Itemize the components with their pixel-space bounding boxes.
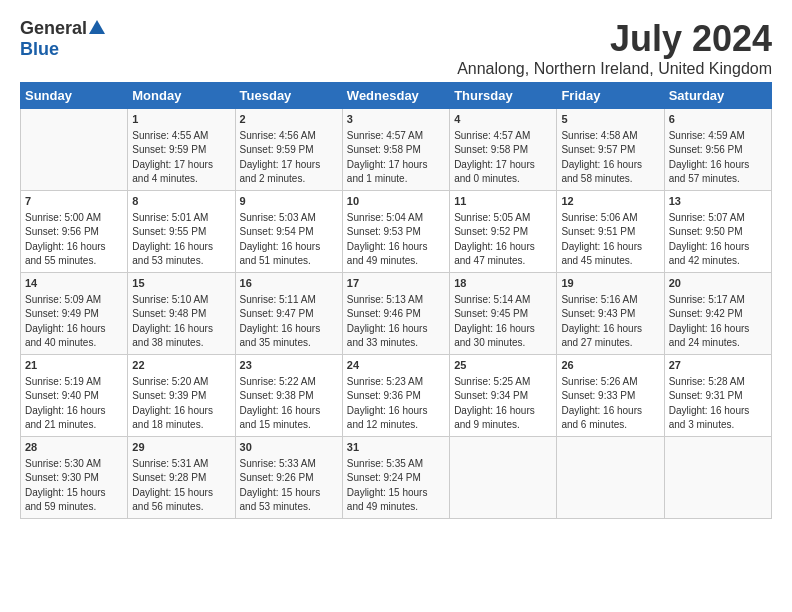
day-info: Sunset: 9:57 PM bbox=[561, 143, 659, 158]
calendar-table: SundayMondayTuesdayWednesdayThursdayFrid… bbox=[20, 82, 772, 519]
day-info: Sunrise: 5:13 AM bbox=[347, 293, 445, 308]
day-info: Sunrise: 5:28 AM bbox=[669, 375, 767, 390]
day-info: Daylight: 16 hours bbox=[561, 240, 659, 255]
column-header-saturday: Saturday bbox=[664, 83, 771, 109]
day-number: 15 bbox=[132, 276, 230, 292]
day-info: Daylight: 16 hours bbox=[25, 404, 123, 419]
calendar-cell: 17Sunrise: 5:13 AMSunset: 9:46 PMDayligh… bbox=[342, 272, 449, 354]
logo-line2: Blue bbox=[20, 39, 59, 60]
day-info: Sunrise: 5:04 AM bbox=[347, 211, 445, 226]
calendar-cell: 3Sunrise: 4:57 AMSunset: 9:58 PMDaylight… bbox=[342, 109, 449, 191]
day-info: Daylight: 16 hours bbox=[347, 322, 445, 337]
calendar-cell: 6Sunrise: 4:59 AMSunset: 9:56 PMDaylight… bbox=[664, 109, 771, 191]
day-info: Sunset: 9:59 PM bbox=[240, 143, 338, 158]
day-info: Daylight: 16 hours bbox=[454, 404, 552, 419]
day-info: Sunset: 9:24 PM bbox=[347, 471, 445, 486]
day-number: 28 bbox=[25, 440, 123, 456]
column-header-wednesday: Wednesday bbox=[342, 83, 449, 109]
day-info: Sunrise: 5:19 AM bbox=[25, 375, 123, 390]
day-info: Sunrise: 5:16 AM bbox=[561, 293, 659, 308]
day-info: Sunset: 9:45 PM bbox=[454, 307, 552, 322]
day-info: Daylight: 16 hours bbox=[669, 240, 767, 255]
calendar-cell: 25Sunrise: 5:25 AMSunset: 9:34 PMDayligh… bbox=[450, 354, 557, 436]
day-number: 1 bbox=[132, 112, 230, 128]
day-info: Sunset: 9:31 PM bbox=[669, 389, 767, 404]
day-info: Sunrise: 4:57 AM bbox=[347, 129, 445, 144]
day-info: Sunrise: 4:55 AM bbox=[132, 129, 230, 144]
day-info: Sunset: 9:43 PM bbox=[561, 307, 659, 322]
day-info: and 47 minutes. bbox=[454, 254, 552, 269]
day-number: 22 bbox=[132, 358, 230, 374]
day-info: Daylight: 17 hours bbox=[347, 158, 445, 173]
calendar-cell: 22Sunrise: 5:20 AMSunset: 9:39 PMDayligh… bbox=[128, 354, 235, 436]
day-number: 14 bbox=[25, 276, 123, 292]
day-number: 20 bbox=[669, 276, 767, 292]
calendar-cell: 7Sunrise: 5:00 AMSunset: 9:56 PMDaylight… bbox=[21, 190, 128, 272]
day-info: Sunrise: 5:01 AM bbox=[132, 211, 230, 226]
day-number: 29 bbox=[132, 440, 230, 456]
day-number: 23 bbox=[240, 358, 338, 374]
day-number: 26 bbox=[561, 358, 659, 374]
day-info: Sunset: 9:55 PM bbox=[132, 225, 230, 240]
day-number: 12 bbox=[561, 194, 659, 210]
day-info: Sunset: 9:49 PM bbox=[25, 307, 123, 322]
day-info: and 42 minutes. bbox=[669, 254, 767, 269]
day-info: Daylight: 15 hours bbox=[25, 486, 123, 501]
day-info: Daylight: 16 hours bbox=[240, 240, 338, 255]
calendar-cell: 28Sunrise: 5:30 AMSunset: 9:30 PMDayligh… bbox=[21, 436, 128, 518]
day-number: 9 bbox=[240, 194, 338, 210]
logo-general-text: General bbox=[20, 18, 87, 39]
day-info: Sunrise: 5:05 AM bbox=[454, 211, 552, 226]
day-info: Sunrise: 5:30 AM bbox=[25, 457, 123, 472]
calendar-cell bbox=[21, 109, 128, 191]
day-info: Sunrise: 5:14 AM bbox=[454, 293, 552, 308]
day-info: Sunrise: 5:03 AM bbox=[240, 211, 338, 226]
day-info: Daylight: 16 hours bbox=[240, 322, 338, 337]
day-number: 21 bbox=[25, 358, 123, 374]
day-info: Daylight: 16 hours bbox=[669, 158, 767, 173]
day-info: and 30 minutes. bbox=[454, 336, 552, 351]
calendar-cell: 2Sunrise: 4:56 AMSunset: 9:59 PMDaylight… bbox=[235, 109, 342, 191]
main-title: July 2024 bbox=[457, 18, 772, 60]
day-info: and 38 minutes. bbox=[132, 336, 230, 351]
calendar-cell: 15Sunrise: 5:10 AMSunset: 9:48 PMDayligh… bbox=[128, 272, 235, 354]
day-number: 24 bbox=[347, 358, 445, 374]
day-info: Daylight: 16 hours bbox=[240, 404, 338, 419]
day-info: Sunrise: 4:57 AM bbox=[454, 129, 552, 144]
page-container: General Blue July 2024 Annalong, Norther… bbox=[0, 0, 792, 529]
day-info: Sunrise: 5:20 AM bbox=[132, 375, 230, 390]
day-number: 25 bbox=[454, 358, 552, 374]
day-info: Daylight: 16 hours bbox=[561, 404, 659, 419]
calendar-cell: 9Sunrise: 5:03 AMSunset: 9:54 PMDaylight… bbox=[235, 190, 342, 272]
day-number: 8 bbox=[132, 194, 230, 210]
column-header-thursday: Thursday bbox=[450, 83, 557, 109]
day-info: and 6 minutes. bbox=[561, 418, 659, 433]
day-info: Daylight: 15 hours bbox=[347, 486, 445, 501]
day-number: 27 bbox=[669, 358, 767, 374]
day-info: and 2 minutes. bbox=[240, 172, 338, 187]
calendar-cell: 29Sunrise: 5:31 AMSunset: 9:28 PMDayligh… bbox=[128, 436, 235, 518]
day-info: and 33 minutes. bbox=[347, 336, 445, 351]
calendar-cell: 26Sunrise: 5:26 AMSunset: 9:33 PMDayligh… bbox=[557, 354, 664, 436]
day-info: Sunset: 9:58 PM bbox=[347, 143, 445, 158]
header-area: General Blue July 2024 Annalong, Norther… bbox=[20, 18, 772, 78]
calendar-cell: 18Sunrise: 5:14 AMSunset: 9:45 PMDayligh… bbox=[450, 272, 557, 354]
day-info: Sunrise: 5:26 AM bbox=[561, 375, 659, 390]
day-info: Daylight: 16 hours bbox=[25, 240, 123, 255]
day-number: 30 bbox=[240, 440, 338, 456]
day-info: Sunset: 9:48 PM bbox=[132, 307, 230, 322]
column-header-tuesday: Tuesday bbox=[235, 83, 342, 109]
day-info: Sunset: 9:53 PM bbox=[347, 225, 445, 240]
day-info: Sunset: 9:28 PM bbox=[132, 471, 230, 486]
day-info: Sunrise: 4:58 AM bbox=[561, 129, 659, 144]
day-number: 4 bbox=[454, 112, 552, 128]
day-info: Sunset: 9:51 PM bbox=[561, 225, 659, 240]
day-info: and 51 minutes. bbox=[240, 254, 338, 269]
calendar-cell: 1Sunrise: 4:55 AMSunset: 9:59 PMDaylight… bbox=[128, 109, 235, 191]
day-info: Sunrise: 4:56 AM bbox=[240, 129, 338, 144]
day-info: and 18 minutes. bbox=[132, 418, 230, 433]
day-info: and 49 minutes. bbox=[347, 500, 445, 515]
day-info: Daylight: 16 hours bbox=[132, 322, 230, 337]
calendar-cell: 19Sunrise: 5:16 AMSunset: 9:43 PMDayligh… bbox=[557, 272, 664, 354]
calendar-cell: 11Sunrise: 5:05 AMSunset: 9:52 PMDayligh… bbox=[450, 190, 557, 272]
